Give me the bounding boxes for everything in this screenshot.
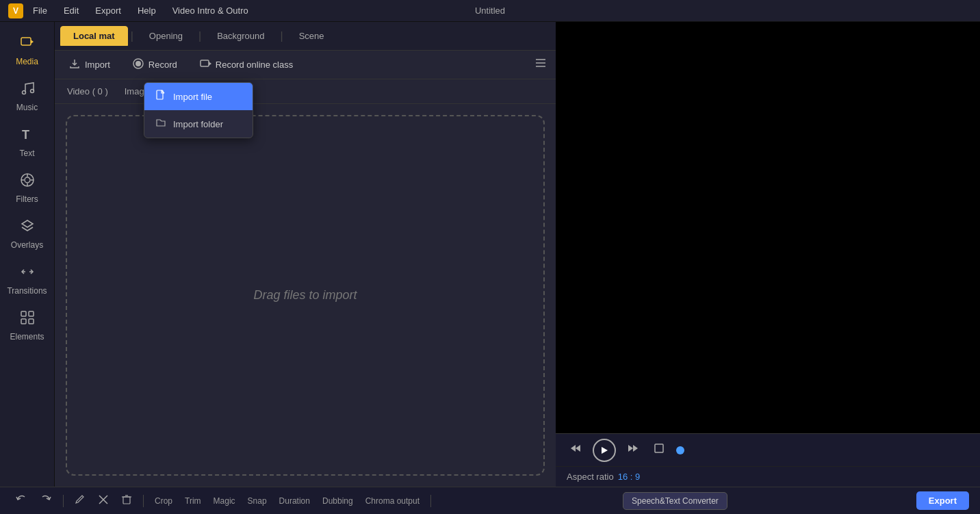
pen-button[interactable]: [70, 491, 90, 511]
sidebar-label-transitions: Transitions: [7, 286, 47, 296]
delete-button[interactable]: [117, 491, 136, 511]
svg-point-6: [25, 177, 30, 183]
sidebar-item-text[interactable]: T Text: [3, 120, 51, 164]
tab-local-mat[interactable]: Local mat: [60, 26, 128, 46]
chroma-tool[interactable]: Chroma output: [361, 495, 424, 507]
menu-file[interactable]: File: [30, 4, 50, 17]
record-label: Record: [149, 60, 177, 70]
record-online-icon: [199, 57, 211, 73]
sub-tabs: Video ( 0 ) Image ( 0 ) Audio ( 0 ): [55, 79, 556, 104]
tab-opening[interactable]: Opening: [136, 26, 196, 46]
bottom-bar: Crop Trim Magic Snap Duration Dubbing Ch…: [0, 487, 980, 514]
sidebar-label-elements: Elements: [10, 332, 44, 342]
main-container: Media Music T Text: [0, 22, 980, 487]
dropdown-import-folder[interactable]: Import folder: [144, 110, 253, 138]
menu-help[interactable]: Help: [135, 4, 159, 17]
duration-tool[interactable]: Duration: [275, 495, 314, 507]
toolbar: Import Record Record onl: [55, 51, 556, 79]
sidebar-item-music[interactable]: Music: [3, 75, 51, 118]
svg-point-18: [136, 61, 141, 66]
sidebar-label-media: Media: [16, 57, 38, 66]
rewind-button[interactable]: [567, 439, 584, 461]
dropdown-import-folder-label: Import folder: [173, 119, 223, 129]
sidebar-label-filters: Filters: [16, 194, 38, 204]
record-button[interactable]: Record: [127, 55, 183, 75]
menu-edit[interactable]: Edit: [61, 4, 81, 17]
menu-bar: File Edit Export Help Video Intro & Outr…: [30, 4, 251, 17]
record-icon: [132, 57, 144, 73]
svg-rect-13: [21, 311, 26, 316]
preview-panel: Aspect ratio 16 : 9: [556, 22, 980, 487]
svg-marker-27: [602, 447, 608, 454]
preview-video: [556, 22, 980, 433]
svg-marker-1: [31, 40, 34, 44]
sidebar-item-media[interactable]: Media: [3, 29, 51, 72]
playhead-indicator: [676, 446, 684, 454]
svg-marker-20: [209, 62, 211, 66]
record-online-label: Record online class: [216, 60, 293, 70]
drop-zone[interactable]: Drag files to import: [66, 115, 545, 476]
svg-marker-25: [571, 445, 576, 452]
cut-button[interactable]: [94, 491, 113, 511]
tab-sep-3: |: [279, 30, 285, 42]
export-button[interactable]: Export: [916, 491, 969, 510]
sidebar-label-text: Text: [19, 149, 34, 158]
transitions-icon: [19, 264, 36, 283]
import-folder-icon: [155, 117, 166, 131]
svg-point-3: [30, 90, 34, 93]
svg-rect-15: [21, 319, 26, 324]
tabs-bar: Local mat | Opening | Background | Scene: [55, 22, 556, 51]
sep-1: [63, 495, 64, 507]
tab-sep-1: |: [129, 30, 135, 42]
stop-button[interactable]: [650, 439, 668, 461]
forward-button[interactable]: [624, 439, 642, 461]
aspect-ratio-label: Aspect ratio: [567, 472, 614, 482]
menu-export[interactable]: Export: [92, 4, 124, 17]
aspect-ratio-bar: Aspect ratio 16 : 9: [556, 466, 980, 487]
aspect-ratio-value: 16 : 9: [618, 472, 641, 482]
svg-rect-24: [157, 90, 163, 99]
dubbing-tool[interactable]: Dubbing: [318, 495, 357, 507]
sidebar-item-transitions[interactable]: Transitions: [3, 258, 51, 301]
sidebar: Media Music T Text: [0, 22, 55, 487]
filters-icon: [19, 172, 36, 192]
sidebar-item-filters[interactable]: Filters: [3, 166, 51, 209]
media-icon: [19, 34, 36, 54]
app-logo: V: [8, 3, 23, 18]
menu-video-intro[interactable]: Video Intro & Outro: [170, 4, 251, 17]
sidebar-label-overlays: Overlays: [11, 240, 43, 250]
music-icon: [19, 80, 36, 100]
tab-scene[interactable]: Scene: [286, 26, 337, 46]
trim-tool[interactable]: Trim: [181, 495, 205, 507]
play-button[interactable]: [593, 439, 616, 462]
sub-tab-video[interactable]: Video ( 0 ): [63, 85, 112, 98]
list-view-button[interactable]: [534, 56, 547, 73]
tab-sep-2: |: [197, 30, 203, 42]
crop-tool[interactable]: Crop: [151, 495, 177, 507]
sidebar-item-elements[interactable]: Elements: [3, 304, 51, 347]
elements-icon: [19, 309, 36, 329]
svg-rect-0: [21, 38, 31, 45]
import-dropdown: Import file Import folder: [144, 82, 253, 138]
snap-tool[interactable]: Snap: [244, 495, 271, 507]
undo-button[interactable]: [11, 491, 31, 511]
svg-marker-29: [628, 445, 633, 452]
record-online-button[interactable]: Record online class: [194, 55, 298, 75]
dropdown-import-file-label: Import file: [173, 92, 212, 102]
sidebar-item-overlays[interactable]: Overlays: [3, 212, 51, 255]
svg-rect-14: [29, 311, 34, 316]
speech-text-button[interactable]: Speech&Text Converter: [623, 492, 727, 510]
svg-marker-26: [576, 445, 580, 452]
dropdown-import-file[interactable]: Import file: [144, 83, 253, 110]
import-file-icon: [155, 90, 166, 103]
content-area: Local mat | Opening | Background | Scene…: [55, 22, 556, 487]
redo-button[interactable]: [36, 491, 56, 511]
app-title: Untitled: [475, 5, 505, 16]
magic-tool[interactable]: Magic: [209, 495, 240, 507]
svg-point-2: [22, 91, 25, 94]
tab-background[interactable]: Background: [204, 26, 277, 46]
import-label: Import: [85, 60, 110, 70]
import-button[interactable]: Import: [63, 55, 116, 75]
drop-zone-text: Drag files to import: [253, 288, 357, 303]
svg-rect-33: [123, 497, 130, 504]
